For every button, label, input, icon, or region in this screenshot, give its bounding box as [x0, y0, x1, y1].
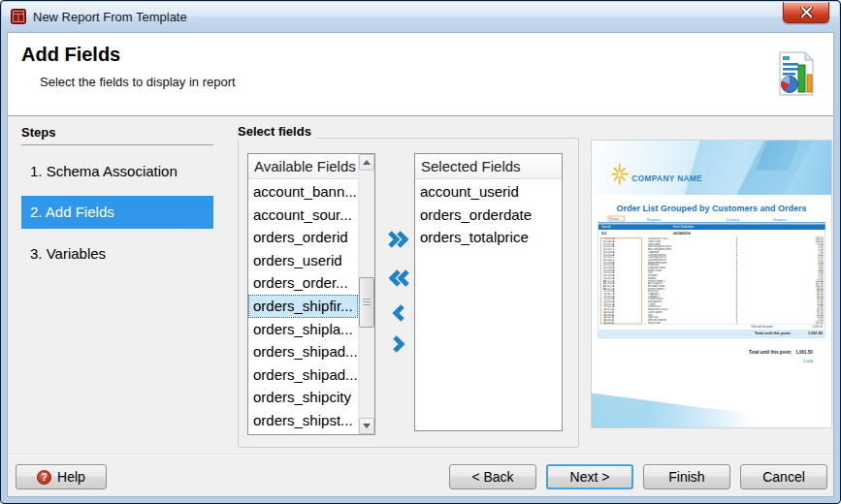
- preview-totalband-value: 1,061.50: [808, 330, 823, 337]
- scroll-up-button[interactable]: [359, 154, 374, 171]
- available-field-item[interactable]: orders_shipcity: [248, 386, 358, 409]
- close-icon: [800, 7, 813, 17]
- dialog-body: Add Fields Select the fields to display …: [7, 32, 834, 497]
- step-item[interactable]: 2. Add Fields: [21, 196, 213, 229]
- preview-total-band: Total until this point: 1,061.50: [598, 330, 825, 337]
- steps-title: Steps: [21, 125, 55, 140]
- available-field-item[interactable]: orders_shipzip: [248, 432, 358, 434]
- select-fields-group-label: Select fields: [238, 124, 316, 140]
- preview-grand-total-value: 1,061.50: [795, 350, 813, 355]
- next-button[interactable]: Next >: [546, 464, 633, 489]
- help-button-label: Help: [57, 469, 85, 485]
- help-button[interactable]: ? Help: [16, 464, 107, 489]
- available-field-item[interactable]: orders_order...: [248, 271, 358, 295]
- available-field-item[interactable]: account_sour...: [248, 204, 358, 227]
- help-icon: ?: [37, 470, 51, 485]
- close-button[interactable]: [783, 2, 829, 23]
- preview-col-name: Name: [608, 216, 625, 222]
- preview-rows: FU-006-A Grandfather clock 1 133.00 FU-0…: [598, 237, 825, 324]
- selected-field-item[interactable]: account_userid: [415, 180, 562, 204]
- preview-footer-wave: [592, 386, 831, 427]
- step-item[interactable]: 1. Schema Association: [21, 159, 213, 183]
- arrow-up-icon: [363, 160, 371, 165]
- double-chevron-left-icon: [387, 269, 410, 287]
- preview-page: COMPANY NAME Order List Grouped by Custo…: [592, 141, 831, 427]
- report-preview-thumbnail: COMPANY NAME Order List Grouped by Custo…: [592, 141, 831, 427]
- preview-page-indicator: 1 of 4: [803, 359, 813, 362]
- preview-band-left: Userid: [601, 225, 610, 229]
- available-fields-rows: account_bann... account_sour... orders_o…: [248, 180, 358, 434]
- window-title: New Report From Template: [33, 10, 187, 24]
- preview-col-products: Products: [647, 217, 661, 221]
- preview-group-date: 06/24/2014: [673, 230, 691, 237]
- move-selected-right-button[interactable]: [384, 331, 413, 357]
- step-item[interactable]: 3. Variables: [21, 241, 213, 266]
- available-fields-header: Available Fields: [248, 154, 358, 179]
- preview-grand-total-label: Total until this point:: [749, 350, 792, 355]
- move-all-left-button[interactable]: [384, 266, 413, 291]
- selected-fields-list: Selected Fields account_userid orders_or…: [414, 153, 563, 431]
- available-field-item[interactable]: orders_shipst...: [248, 409, 358, 432]
- finish-button[interactable]: Finish: [643, 464, 730, 489]
- preview-col-unitprice: Unitprice: [773, 217, 787, 221]
- double-chevron-right-icon: [387, 231, 410, 248]
- preview-totalband-label: Total until this point:: [755, 330, 792, 337]
- steps-list: 1. Schema Association 2. Add Fields 3. V…: [21, 159, 213, 278]
- selected-field-item[interactable]: orders_totalprice: [415, 226, 562, 249]
- preview-group-userid: 8.0: [601, 232, 606, 236]
- company-name: COMPANY NAME: [631, 174, 702, 184]
- wizard-header: Add Fields Select the fields to display …: [8, 33, 833, 116]
- page-subtitle: Select the fields to display in report: [40, 75, 236, 89]
- chevron-right-icon: [391, 335, 406, 353]
- move-selected-left-button[interactable]: [384, 300, 413, 326]
- dialog-new-report-from-template: New Report From Template Add Fields Sele…: [0, 0, 841, 504]
- app-icon: [11, 9, 26, 24]
- preview-column-headers: Name Products Quantity Unitprice: [598, 216, 825, 223]
- company-logo-icon: [610, 163, 630, 186]
- scrollbar-thumb[interactable]: [359, 277, 374, 328]
- selected-field-item[interactable]: orders_orderdate: [415, 204, 562, 227]
- preview-grand-total: Total until this point:1,061.50: [749, 350, 813, 355]
- back-button[interactable]: < Back: [449, 464, 536, 489]
- chevron-left-icon: [391, 304, 406, 322]
- titlebar[interactable]: New Report From Template: [2, 2, 839, 31]
- preview-report-title: Order List Grouped by Customers and Orde…: [592, 204, 831, 213]
- preview-col-quantity: Quantity: [726, 217, 739, 221]
- available-fields-scrollbar[interactable]: [358, 154, 374, 434]
- footer-divider: [8, 454, 833, 455]
- move-all-right-button[interactable]: [384, 227, 413, 252]
- preview-group-row: 8.0 06/24/2014: [598, 230, 825, 237]
- preview-banner-accent: [728, 141, 831, 171]
- report-chart-icon: [779, 51, 814, 96]
- scroll-down-button[interactable]: [359, 418, 374, 434]
- available-field-item[interactable]: orders_shipfir...: [248, 295, 358, 318]
- selected-fields-header: Selected Fields: [415, 154, 562, 179]
- available-fields-list: Available Fields account_bann... account…: [247, 153, 375, 435]
- available-field-item[interactable]: orders_userid: [248, 249, 358, 272]
- preview-table: Userid First Orderdate 8.0 06/24/2014 FU…: [598, 224, 825, 337]
- arrow-down-icon: [363, 424, 371, 428]
- available-field-item[interactable]: orders_shipad...: [248, 340, 358, 363]
- available-field-item[interactable]: orders_shipla...: [248, 318, 358, 341]
- available-field-item[interactable]: orders_orderid: [248, 226, 358, 249]
- available-field-item[interactable]: orders_shipad...: [248, 363, 358, 387]
- steps-divider: [21, 144, 213, 145]
- available-field-item[interactable]: account_bann...: [248, 180, 358, 204]
- page-title: Add Fields: [21, 44, 120, 66]
- cancel-button[interactable]: Cancel: [740, 464, 827, 489]
- selected-fields-rows: account_userid orders_orderdate orders_t…: [415, 180, 562, 430]
